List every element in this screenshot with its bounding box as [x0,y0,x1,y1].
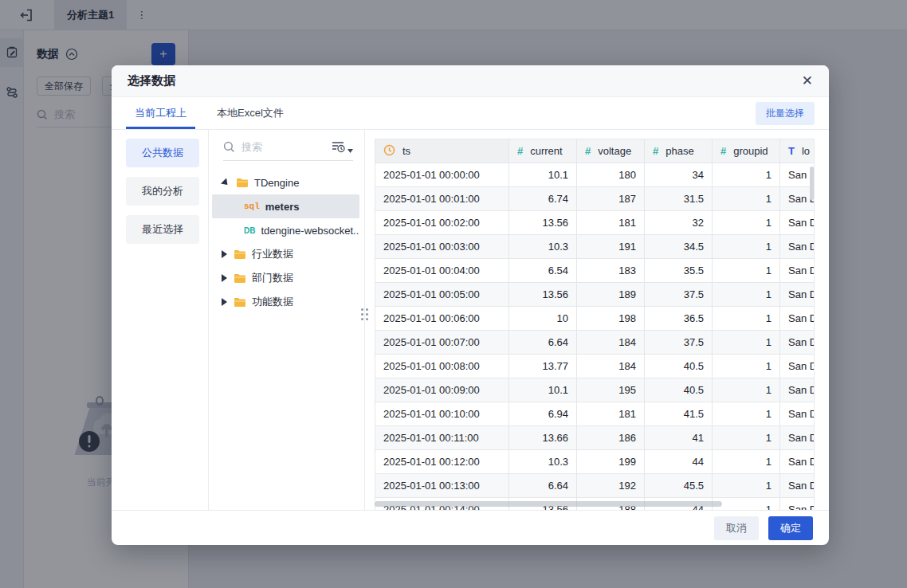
column-header-current[interactable]: #current [509,139,577,163]
column-header-ts[interactable]: ts [375,139,509,163]
cell-ts: 2025-01-01 00:03:00 [375,235,509,259]
filter-history-icon[interactable] [331,139,353,154]
nav-item-0[interactable]: 公共数据 [126,139,199,167]
close-icon[interactable]: ✕ [802,74,813,88]
table-row[interactable]: 2025-01-01 00:03:0010.319134.51San Di [375,235,815,259]
cell-ts: 2025-01-01 00:11:00 [375,426,509,450]
cell-location: San Di [780,378,815,402]
text-icon: T [788,145,795,157]
cell-groupid: 1 [713,211,780,235]
tree-node-行业数据[interactable]: 行业数据 [212,242,359,266]
cell-phase: 36.5 [645,307,713,331]
cell-phase: 35.5 [645,259,713,283]
cell-location: San Di [780,331,815,355]
tree-node-meters[interactable]: sqlmeters [212,194,359,218]
clock-icon [383,144,395,159]
cell-groupid: 1 [713,498,780,511]
table-row[interactable]: 2025-01-01 00:06:001019836.51San Di [375,307,815,331]
table-row[interactable]: 2025-01-01 00:12:0010.3199441San Di [375,450,815,474]
table-row[interactable]: 2025-01-01 00:00:0010.1180341San Di [375,163,815,187]
cell-location: San Di [780,402,815,426]
dialog-title: 选择数据 [128,73,175,88]
column-label: current [530,145,562,157]
cell-voltage: 187 [577,187,645,211]
cell-groupid: 1 [713,355,780,378]
column-header-voltage[interactable]: #voltage [577,139,645,163]
table-row[interactable]: 2025-01-01 00:05:0013.5618937.51San Di [375,283,815,307]
panel-resize-handle[interactable] [361,308,368,321]
cell-voltage: 199 [577,450,645,474]
table-row[interactable]: 2025-01-01 00:04:006.5418335.51San Di [375,259,815,283]
cell-location: San Di [780,355,815,378]
nav-item-2[interactable]: 最近选择 [126,215,199,244]
column-label: voltage [598,145,631,157]
cell-ts: 2025-01-01 00:01:00 [375,187,509,211]
table-row[interactable]: 2025-01-01 00:02:0013.56181321San Di [375,211,815,235]
tree-node-label: 部门数据 [252,271,293,285]
tree-search-input[interactable] [241,141,310,153]
cell-location: San Di [780,235,815,259]
caret-collapsed-icon[interactable] [222,274,227,282]
cell-voltage: 191 [577,235,645,259]
table-row[interactable]: 2025-01-01 00:13:006.6419245.51San Di [375,474,815,498]
tree-node-功能数据[interactable]: 功能数据 [212,290,359,314]
tree-node-部门数据[interactable]: 部门数据 [212,266,359,290]
cancel-button[interactable]: 取消 [714,516,759,540]
cell-current: 13.56 [509,211,577,235]
vertical-scrollbar[interactable] [810,167,814,200]
cell-voltage: 181 [577,211,645,235]
data-preview-table: ts#current#voltage#phase#groupidTlo2025-… [375,139,815,510]
cell-ts: 2025-01-01 00:13:00 [375,474,509,498]
caret-expanded-icon[interactable] [221,178,230,187]
cell-current: 6.64 [509,474,577,498]
tab-local-excel[interactable]: 本地Excel文件 [208,97,293,129]
cell-phase: 34.5 [645,235,713,259]
cell-groupid: 1 [713,307,780,331]
cell-groupid: 1 [713,187,780,211]
cell-ts: 2025-01-01 00:06:00 [375,307,509,331]
column-header-groupid[interactable]: #groupid [713,139,780,163]
table-row[interactable]: 2025-01-01 00:11:0013.66186411San Di [375,426,815,450]
cell-groupid: 1 [713,163,780,187]
cell-location: San Di [780,474,815,498]
cell-voltage: 184 [577,355,645,378]
cell-phase: 37.5 [645,331,713,355]
cell-groupid: 1 [713,378,780,402]
tree-node-tdengine-websocket-[interactable]: DBtdengine-websocket... [212,218,359,242]
caret-collapsed-icon[interactable] [222,298,227,306]
caret-collapsed-icon[interactable] [222,250,227,258]
cell-phase: 41 [645,426,713,450]
column-header-location[interactable]: Tlo [780,139,815,163]
table-row[interactable]: 2025-01-01 00:10:006.9418141.51San Di [375,402,815,426]
nav-item-1[interactable]: 我的分析 [126,177,199,206]
cell-location: San Di [780,450,815,474]
column-header-phase[interactable]: #phase [645,139,713,163]
table-row[interactable]: 2025-01-01 00:09:0010.119540.51San Di [375,378,815,402]
tree-node-TDengine[interactable]: TDengine [212,171,359,194]
batch-select-button[interactable]: 批量选择 [756,102,815,125]
cell-voltage: 183 [577,259,645,283]
confirm-button[interactable]: 确定 [768,516,813,540]
cell-groupid: 1 [713,331,780,355]
cell-voltage: 180 [577,163,645,187]
table-row[interactable]: 2025-01-01 00:07:006.6418437.51San Di [375,331,815,355]
cell-location: San Di [780,211,815,235]
folder-icon [236,178,249,188]
cell-current: 10.1 [509,378,577,402]
table-row[interactable]: 2025-01-01 00:08:0013.7718440.51San Di [375,355,815,378]
cell-current: 13.66 [509,426,577,450]
cell-ts: 2025-01-01 00:00:00 [375,163,509,187]
table-row[interactable]: 2025-01-01 00:01:006.7418731.51San Di [375,187,815,211]
cell-current: 6.54 [509,259,577,283]
column-label: ts [402,145,410,157]
cell-groupid: 1 [713,235,780,259]
tree-node-label: meters [265,201,300,213]
cell-phase: 32 [645,211,713,235]
column-label: phase [666,145,693,157]
tab-current-project[interactable]: 当前工程上 [126,97,195,129]
cell-groupid: 1 [713,402,780,426]
cell-phase: 40.5 [645,355,713,378]
cell-voltage: 181 [577,402,645,426]
cell-ts: 2025-01-01 00:12:00 [375,450,509,474]
horizontal-scrollbar[interactable] [375,501,722,507]
